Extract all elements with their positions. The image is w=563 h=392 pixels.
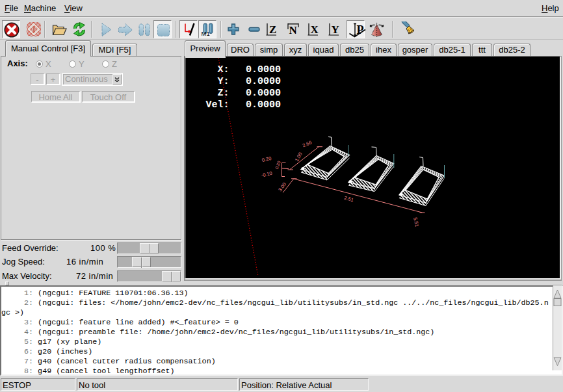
svg-text:2.66: 2.66 xyxy=(302,140,313,149)
svg-text:5.51: 5.51 xyxy=(412,216,420,227)
svg-text:2.51: 2.51 xyxy=(343,195,354,203)
svg-text:0.0000: 0.0000 xyxy=(246,99,281,111)
svg-text:3.00: 3.00 xyxy=(277,181,287,192)
svg-text:M1: M1 xyxy=(202,30,210,37)
svg-text:P: P xyxy=(357,23,364,36)
svg-text:0.20: 0.20 xyxy=(261,155,272,163)
svg-text:1.00: 1.00 xyxy=(294,151,304,163)
svg-text:X:: X: xyxy=(217,64,229,75)
svg-text:Y: Y xyxy=(332,23,339,36)
svg-text:Y:: Y: xyxy=(217,76,229,87)
svg-text:Z:: Z: xyxy=(217,88,229,99)
svg-text:0.0000: 0.0000 xyxy=(246,88,281,99)
svg-text:X: X xyxy=(311,23,319,36)
svg-text:0.0000: 0.0000 xyxy=(246,76,281,87)
svg-text:N: N xyxy=(289,24,298,36)
svg-text:0.0000: 0.0000 xyxy=(246,64,281,75)
svg-text:0.30: 0.30 xyxy=(274,160,282,170)
svg-text:-0.10: -0.10 xyxy=(261,170,273,179)
svg-text:Z: Z xyxy=(269,23,276,36)
svg-text:Vel:: Vel: xyxy=(205,99,229,111)
